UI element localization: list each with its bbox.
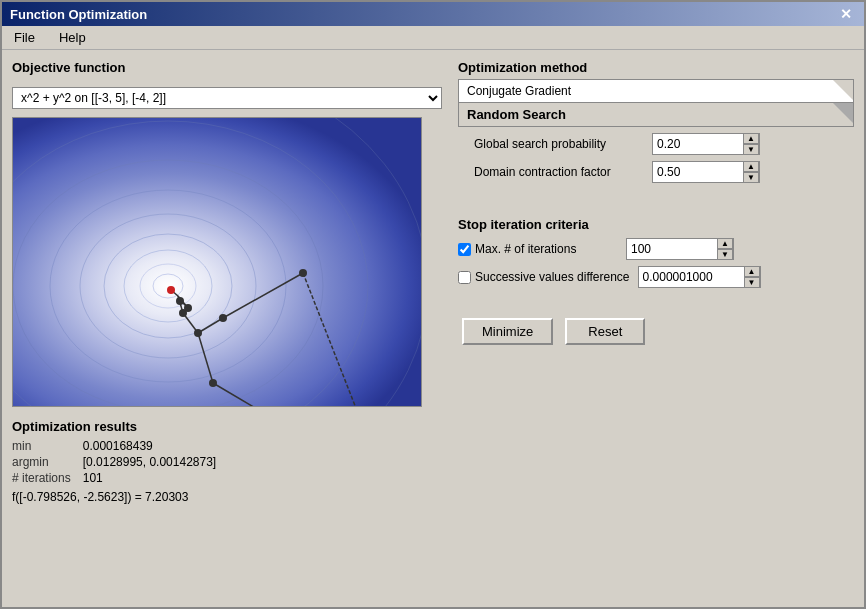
iterations-row: # iterations 101: [12, 470, 216, 486]
corner-decoration2: [833, 103, 853, 123]
iterations-label: # iterations: [12, 470, 83, 486]
objective-function-row: x^2 + y^2 on [[-3, 5], [-4, 2]]: [12, 87, 442, 109]
file-menu[interactable]: File: [10, 28, 39, 47]
max-iter-input[interactable]: [627, 239, 717, 259]
title-bar: Function Optimization ✕: [2, 2, 864, 26]
successive-row: Successive values difference ▲ ▼: [458, 266, 854, 288]
method-box: Conjugate Gradient Random Search: [458, 79, 854, 127]
close-button[interactable]: ✕: [836, 6, 856, 22]
domain-contraction-spinbox[interactable]: ▲ ▼: [652, 161, 760, 183]
svg-point-29: [176, 297, 184, 305]
global-search-spinbox[interactable]: ▲ ▼: [652, 133, 760, 155]
svg-point-25: [194, 329, 202, 337]
min-row: min 0.000168439: [12, 438, 216, 454]
stop-criteria-section: Stop iteration criteria Max. # of iterat…: [458, 217, 854, 294]
max-iter-label: Max. # of iterations: [475, 242, 576, 256]
help-menu[interactable]: Help: [55, 28, 90, 47]
successive-up[interactable]: ▲: [744, 266, 760, 277]
max-iter-row: Max. # of iterations ▲ ▼: [458, 238, 854, 260]
reset-button[interactable]: Reset: [565, 318, 645, 345]
max-iter-down[interactable]: ▼: [717, 249, 733, 260]
domain-contraction-up[interactable]: ▲: [743, 161, 759, 172]
successive-label: Successive values difference: [475, 270, 630, 284]
global-search-input[interactable]: [653, 134, 743, 154]
opt-method-label: Optimization method: [458, 60, 854, 75]
random-search-option[interactable]: Random Search: [458, 103, 854, 127]
global-search-up[interactable]: ▲: [743, 133, 759, 144]
plot-area: [12, 117, 422, 407]
minimize-button[interactable]: Minimize: [462, 318, 553, 345]
function-select[interactable]: x^2 + y^2 on [[-3, 5], [-4, 2]]: [12, 87, 442, 109]
domain-contraction-down[interactable]: ▼: [743, 172, 759, 183]
svg-point-21: [299, 269, 307, 277]
successive-checkbox[interactable]: [458, 271, 471, 284]
argmin-row: argmin [0.0128995, 0.00142873]: [12, 454, 216, 470]
iterations-value: 101: [83, 470, 216, 486]
action-buttons: Minimize Reset: [458, 318, 854, 345]
svg-point-26: [219, 314, 227, 322]
domain-contraction-input[interactable]: [653, 162, 743, 182]
window-title: Function Optimization: [10, 7, 147, 22]
results-title: Optimization results: [12, 419, 442, 434]
domain-contraction-label: Domain contraction factor: [474, 165, 644, 179]
objective-function-label: Objective function: [12, 60, 442, 75]
global-search-down[interactable]: ▼: [743, 144, 759, 155]
domain-contraction-spinbox-buttons: ▲ ▼: [743, 161, 759, 183]
conjugate-gradient-option[interactable]: Conjugate Gradient: [458, 79, 854, 103]
min-label: min: [12, 438, 83, 454]
domain-contraction-row: Domain contraction factor ▲ ▼: [474, 161, 854, 183]
svg-point-30: [167, 286, 175, 294]
successive-down[interactable]: ▼: [744, 277, 760, 288]
svg-rect-0: [13, 118, 422, 407]
menu-bar: File Help: [2, 26, 864, 50]
max-iter-spinbox[interactable]: ▲ ▼: [626, 238, 734, 260]
global-search-label: Global search probability: [474, 137, 644, 151]
stop-criteria-title: Stop iteration criteria: [458, 217, 854, 232]
global-search-row: Global search probability ▲ ▼: [474, 133, 854, 155]
successive-checkbox-label[interactable]: Successive values difference: [458, 270, 630, 284]
contour-plot: [13, 118, 422, 407]
argmin-label: argmin: [12, 454, 83, 470]
right-panel: Optimization method Conjugate Gradient R…: [458, 60, 854, 591]
svg-point-24: [209, 379, 217, 387]
successive-spinbox[interactable]: ▲ ▼: [638, 266, 761, 288]
svg-point-28: [184, 304, 192, 312]
argmin-value: [0.0128995, 0.00142873]: [83, 454, 216, 470]
successive-input[interactable]: [639, 267, 744, 287]
bottom-text: f([-0.798526, -2.5623]) = 7.20303: [12, 490, 442, 504]
max-iter-checkbox[interactable]: [458, 243, 471, 256]
max-iter-spinbox-buttons: ▲ ▼: [717, 238, 733, 260]
max-iter-up[interactable]: ▲: [717, 238, 733, 249]
main-window: Function Optimization ✕ File Help Object…: [0, 0, 866, 609]
corner-decoration: [833, 80, 853, 100]
left-panel: Objective function x^2 + y^2 on [[-3, 5]…: [12, 60, 442, 591]
global-search-spinbox-buttons: ▲ ▼: [743, 133, 759, 155]
opt-method-section: Optimization method Conjugate Gradient R…: [458, 60, 854, 189]
optimization-results: Optimization results min 0.000168439 arg…: [12, 415, 442, 504]
min-value: 0.000168439: [83, 438, 216, 454]
successive-spinbox-buttons: ▲ ▼: [744, 266, 760, 288]
max-iter-checkbox-label[interactable]: Max. # of iterations: [458, 242, 618, 256]
